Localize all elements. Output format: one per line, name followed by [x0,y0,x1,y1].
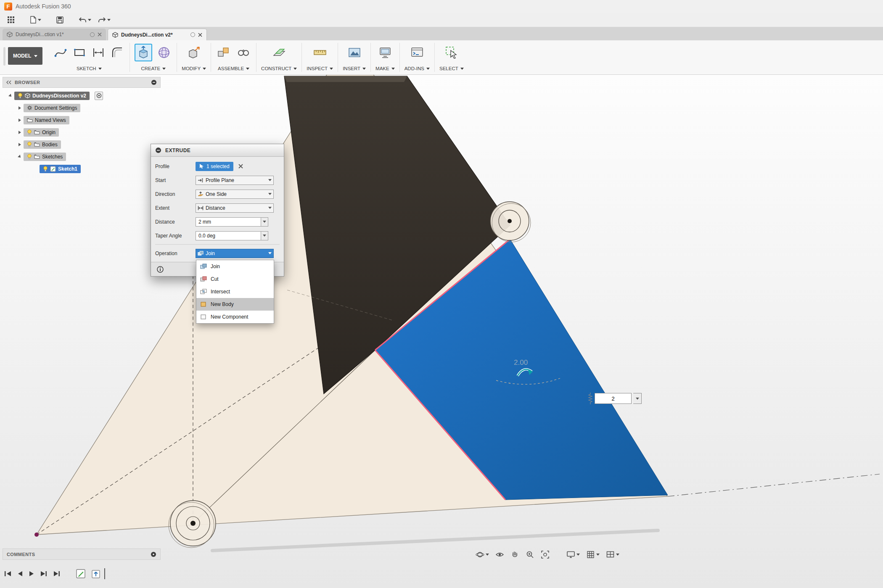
tree-row-bodies[interactable]: Bodies [3,138,161,150]
toolbar-group-assemble-label[interactable]: ASSEMBLE [218,65,249,72]
option-new-body[interactable]: New Body [196,298,274,311]
insert-canvas-button[interactable] [346,45,362,61]
zoom-button[interactable] [524,549,536,560]
option-cut[interactable]: Cut [196,273,274,285]
measure-button[interactable] [312,45,328,61]
select-button[interactable] [444,45,460,61]
info-icon[interactable] [157,266,164,273]
distance-flyout-dropdown-button[interactable] [633,393,642,404]
toolbar-group-modify-label[interactable]: MODIFY [182,65,206,72]
press-pull-button[interactable] [186,45,202,61]
orbit-button[interactable] [474,549,490,560]
step-forward-icon[interactable] [40,570,48,577]
option-new-component[interactable]: New Component [196,311,274,323]
origin-chip[interactable]: Origin [24,128,59,137]
sketch-spline-button[interactable] [53,45,68,60]
named-views-chip[interactable]: Named Views [24,116,69,124]
bulb-icon[interactable] [27,129,32,135]
undo-button[interactable] [77,15,93,24]
timeline-extrude-feature-icon[interactable] [91,569,101,579]
operation-dropdown[interactable]: Join [196,249,274,258]
fit-button[interactable] [539,549,551,560]
distance-value-input[interactable] [196,217,261,227]
pan-button[interactable] [509,549,521,560]
comments-bar[interactable]: COMMENTS [3,548,161,560]
toolbar-group-addins-label[interactable]: ADD-INS [404,65,430,72]
timeline-sketch-feature-icon[interactable] [76,569,86,579]
sketch-rectangle-button[interactable] [72,45,87,60]
construct-plane-button[interactable] [271,45,287,61]
toolbar-group-inspect-label[interactable]: INSPECT [307,65,333,72]
scripts-addins-button[interactable] [409,45,425,61]
doc-tab-v2[interactable]: DudneysDi...ction v2* [108,29,207,40]
redo-button[interactable] [96,15,113,24]
toolbar-group-construct-label[interactable]: CONSTRUCT [261,65,297,72]
display-settings-button[interactable] [565,549,581,560]
tree-row-named-views[interactable]: Named Views [3,114,161,126]
expand-toggle-icon[interactable] [19,119,21,122]
toolbar-group-select-label[interactable]: SELECT [439,65,464,72]
taper-caret-button[interactable] [261,231,268,240]
expand-toggle-icon[interactable] [8,94,13,98]
tree-row-sketches[interactable]: Sketches [3,150,161,163]
bodies-chip[interactable]: Bodies [24,140,61,149]
tab-close-icon[interactable] [198,33,202,37]
workspace-selector[interactable]: MODEL [8,47,42,65]
sketch-vertex-point[interactable] [34,533,39,537]
distance-caret-button[interactable] [261,217,268,227]
joint-button[interactable] [235,45,251,61]
profile-selected-chip[interactable]: 1 selected [196,162,233,171]
tree-row-sketch1[interactable]: Sketch1 [3,163,161,175]
extrude-button[interactable] [135,44,152,61]
root-component-chip[interactable]: DudneysDissection v2 [14,92,90,100]
expand-toggle-icon[interactable] [18,155,22,159]
look-at-button[interactable] [494,549,505,560]
toolbar-group-make-label[interactable]: MAKE [375,65,395,72]
distance-flyout-input[interactable] [595,393,632,404]
grid-snaps-button[interactable] [585,549,601,560]
new-component-button[interactable] [216,45,232,61]
toolbar-group-insert-label[interactable]: INSERT [343,65,366,72]
step-back-icon[interactable] [17,570,23,577]
toolbar-group-create-label[interactable]: CREATE [141,65,166,72]
activate-component-radio[interactable] [95,92,103,100]
sketch-dimension-button[interactable] [91,45,106,60]
extent-dropdown[interactable]: Distance [196,203,274,213]
tab-status-icon[interactable] [90,32,95,37]
expand-toggle-icon[interactable] [19,131,21,134]
sketches-chip[interactable]: Sketches [24,153,66,161]
expand-toggle-icon[interactable] [19,143,21,146]
collapse-dialog-icon[interactable] [155,147,161,153]
viewports-button[interactable] [605,549,621,560]
sketch1-chip[interactable]: Sketch1 [40,165,81,173]
app-grid-button[interactable] [5,15,17,25]
bulb-icon[interactable] [27,142,32,148]
doc-tab-v1[interactable]: DudneysDi...ction v1* [3,29,106,40]
direction-dropdown[interactable]: One Side [196,190,274,199]
file-menu-button[interactable] [28,15,43,25]
bulb-icon[interactable] [27,154,32,160]
bulb-icon[interactable] [43,166,48,172]
taper-angle-input[interactable] [196,231,261,240]
document-settings-chip[interactable]: Document Settings [24,104,80,112]
option-intersect[interactable]: Intersect [196,285,274,298]
tree-row-document-settings[interactable]: Document Settings [3,102,161,114]
toolbar-group-sketch-label[interactable]: SKETCH [77,65,102,72]
tree-row-origin[interactable]: Origin [3,126,161,138]
bulb-icon[interactable] [18,93,23,99]
make-button[interactable] [377,45,393,61]
toolbar-grip[interactable] [3,47,5,66]
option-join[interactable]: Join [196,260,274,273]
collapse-chevrons-icon[interactable] [6,80,11,84]
go-to-start-icon[interactable] [4,570,12,577]
play-icon[interactable] [29,570,34,577]
tab-close-icon[interactable] [98,32,102,37]
timeline-position-marker[interactable] [104,568,105,579]
expand-toggle-icon[interactable] [19,106,21,110]
go-to-end-icon[interactable] [53,570,61,577]
extrude-dialog-titlebar[interactable]: EXTRUDE [151,144,284,157]
start-dropdown[interactable]: Profile Plane [196,176,274,185]
panel-minimize-icon[interactable] [151,79,157,85]
sketch-fillet-button[interactable] [110,45,125,60]
create-form-button[interactable] [156,45,172,61]
